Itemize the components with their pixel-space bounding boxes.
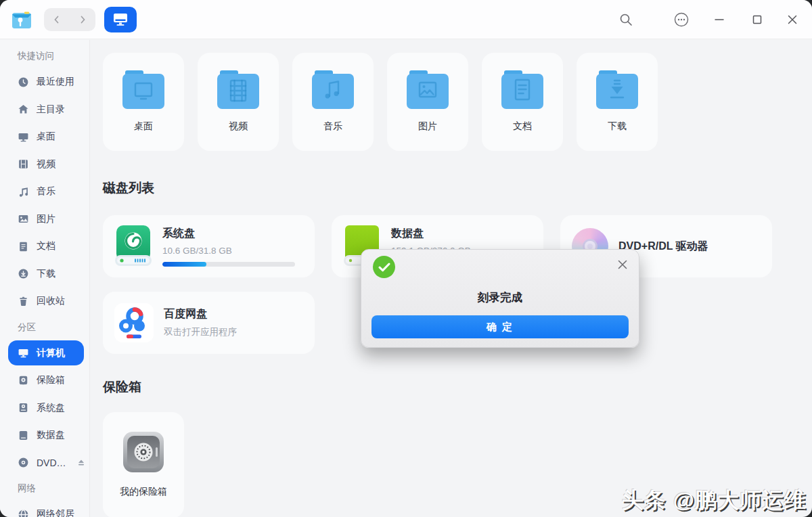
sidebar-item-vault[interactable]: 保险箱 <box>0 367 89 395</box>
sidebar-section-network: 网络 <box>0 476 89 501</box>
hard-disk-icon <box>18 430 29 441</box>
confirm-button[interactable]: 确 定 <box>371 315 629 338</box>
watermark-text: 头条 @鹏大师运维 <box>622 486 807 516</box>
folder-label: 桌面 <box>134 120 153 133</box>
app-name: 百度网盘 <box>164 307 237 321</box>
sidebar-item-label: 下载 <box>37 268 55 280</box>
folder-label: 图片 <box>418 120 437 133</box>
sidebar-item-label: 桌面 <box>37 131 55 143</box>
disk-usage-bar-fill <box>162 262 206 267</box>
desktop-icon <box>18 131 29 143</box>
sidebar-section-partitions: 分区 <box>0 315 89 340</box>
sidebar-item-label: 数据盘 <box>37 429 65 441</box>
image-icon <box>18 213 29 225</box>
sidebar-item-desktop[interactable]: 桌面 <box>0 123 89 151</box>
computer-icon <box>113 13 128 26</box>
tab-computer[interactable] <box>104 7 137 32</box>
app-card-baidu-netdisk[interactable]: 百度网盘 双击打开应用程序 <box>103 292 315 354</box>
sidebar-item-documents[interactable]: 文档 <box>0 233 89 261</box>
titlebar-controls <box>617 11 812 28</box>
clock-icon <box>18 76 29 88</box>
sidebar-item-label: 回收站 <box>37 295 65 307</box>
sidebar-item-label: 计算机 <box>37 347 65 359</box>
sidebar-section-quick-access: 快捷访问 <box>0 44 89 68</box>
vault-label: 我的保险箱 <box>120 486 167 498</box>
hard-disk-icon <box>18 402 29 413</box>
document-folder-icon <box>497 69 547 111</box>
folder-label: 文档 <box>513 120 532 133</box>
vault-section-title: 保险箱 <box>103 378 812 396</box>
folder-card-pictures[interactable]: 图片 <box>387 53 468 151</box>
folder-label: 音乐 <box>323 120 342 133</box>
folder-shortcut-row: 桌面 视频 音乐 图片 <box>103 53 812 151</box>
back-button[interactable] <box>49 12 65 28</box>
sidebar-item-downloads[interactable]: 下载 <box>0 261 89 288</box>
film-icon <box>18 158 29 170</box>
trash-icon <box>18 296 29 307</box>
burn-complete-dialog: 刻录完成 确 定 <box>361 249 639 348</box>
file-manager-window: 快捷访问 最近使用 主目录 桌面 视频 音乐 图片 文档 <box>0 0 812 517</box>
app-description: 双击打开应用程序 <box>164 326 237 338</box>
eject-icon[interactable] <box>77 459 85 467</box>
sidebar: 快捷访问 最近使用 主目录 桌面 视频 音乐 图片 文档 <box>0 40 90 517</box>
sidebar-item-label: 音乐 <box>37 185 55 198</box>
disk-name: 数据盘 <box>391 227 524 241</box>
nav-group <box>44 8 95 31</box>
success-check-icon <box>373 256 395 278</box>
menu-ellipsis-icon[interactable] <box>673 11 690 28</box>
folder-label: 视频 <box>229 120 248 133</box>
system-disk-icon <box>114 225 152 268</box>
home-icon <box>18 104 29 115</box>
sidebar-item-recent[interactable]: 最近使用 <box>0 68 89 96</box>
safe-icon <box>18 375 29 386</box>
folder-label: 下载 <box>608 120 627 133</box>
picture-folder-icon <box>403 69 453 111</box>
desktop-folder-icon <box>118 69 168 111</box>
sidebar-item-label: 视频 <box>37 158 55 171</box>
music-note-icon <box>18 186 29 198</box>
app-logo-icon <box>10 8 33 31</box>
disk-card-system[interactable]: 系统盘 10.6 GB/31.8 GB <box>103 215 315 277</box>
download-icon <box>18 268 29 279</box>
computer-icon <box>18 347 29 359</box>
sidebar-item-label: 最近使用 <box>37 76 74 88</box>
download-folder-icon <box>592 69 642 111</box>
disk-name: 系统盘 <box>162 227 295 241</box>
sidebar-item-home[interactable]: 主目录 <box>0 96 89 124</box>
document-icon <box>18 241 29 252</box>
sidebar-item-music[interactable]: 音乐 <box>0 178 89 206</box>
sidebar-item-label: 网络邻居 <box>37 508 74 517</box>
video-folder-icon <box>213 69 263 111</box>
music-folder-icon <box>308 69 358 111</box>
close-button[interactable] <box>784 11 801 28</box>
minimize-button[interactable] <box>710 11 728 28</box>
sidebar-item-computer[interactable]: 计算机 <box>8 340 84 365</box>
sidebar-item-label: 主目录 <box>37 104 65 116</box>
sidebar-item-trash[interactable]: 回收站 <box>0 288 89 315</box>
globe-icon <box>18 509 29 517</box>
titlebar <box>0 0 812 39</box>
sidebar-item-videos[interactable]: 视频 <box>0 151 89 179</box>
vault-card[interactable]: 我的保险箱 <box>103 412 184 517</box>
forward-button[interactable] <box>74 12 91 28</box>
dialog-message: 刻录完成 <box>361 290 639 305</box>
sidebar-item-label: 图片 <box>37 213 55 225</box>
sidebar-item-pictures[interactable]: 图片 <box>0 206 89 233</box>
folder-card-music[interactable]: 音乐 <box>292 53 374 151</box>
vault-safe-icon <box>122 430 165 474</box>
folder-card-downloads[interactable]: 下载 <box>577 53 658 151</box>
sidebar-item-label: 保险箱 <box>37 374 65 386</box>
maximize-button[interactable] <box>748 11 766 28</box>
sidebar-item-data-disk[interactable]: 数据盘 <box>0 422 89 449</box>
dialog-close-icon[interactable] <box>616 258 629 271</box>
sidebar-item-network-neighborhood[interactable]: 网络邻居 <box>0 501 89 517</box>
folder-card-videos[interactable]: 视频 <box>198 53 279 151</box>
sidebar-item-system-disk[interactable]: 系统盘 <box>0 395 89 422</box>
sidebar-item-label: 文档 <box>37 240 55 252</box>
sidebar-item-label: DVD… <box>37 457 66 468</box>
disk-section-title: 磁盘列表 <box>103 179 812 197</box>
folder-card-desktop[interactable]: 桌面 <box>103 53 184 151</box>
sidebar-item-dvd[interactable]: DVD… <box>0 449 89 477</box>
search-icon[interactable] <box>617 11 635 28</box>
folder-card-documents[interactable]: 文档 <box>482 53 563 151</box>
